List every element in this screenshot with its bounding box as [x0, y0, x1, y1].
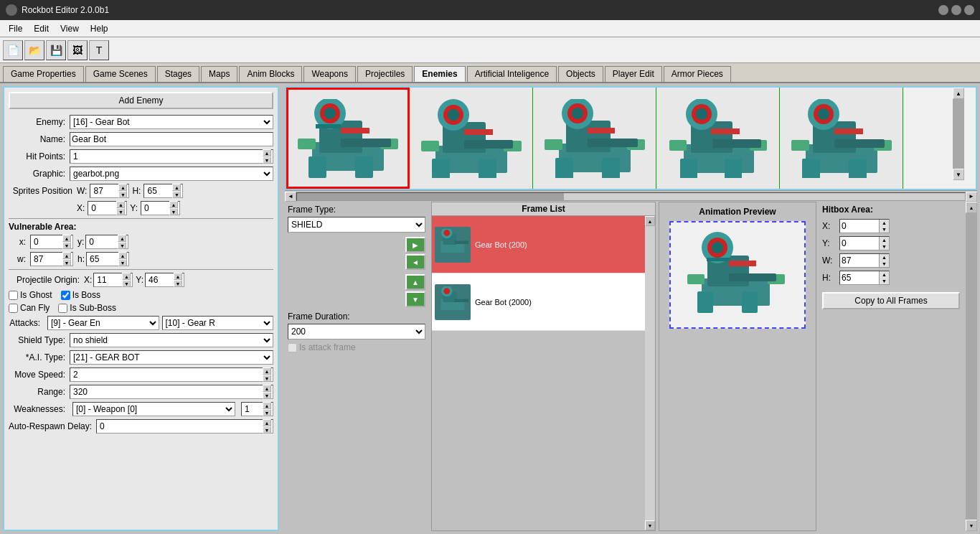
tab-anim-blocks[interactable]: Anim Blocks: [239, 66, 302, 82]
is-ghost-check[interactable]: Is Ghost: [9, 290, 52, 300]
range-up[interactable]: ▲: [263, 385, 271, 392]
proj-x-spinbox[interactable]: 11 ▲▼: [93, 273, 133, 287]
attack2-select[interactable]: [10] - Gear R: [162, 316, 274, 330]
hitbox-x-up[interactable]: ▲: [880, 220, 889, 226]
hitpoints-up[interactable]: ▲: [263, 149, 271, 156]
hitbox-w-spinbox[interactable]: 87 ▲ ▼: [839, 253, 890, 268]
menu-edit[interactable]: Edit: [28, 22, 55, 35]
menu-help[interactable]: Help: [85, 22, 114, 35]
tab-armor-pieces[interactable]: Armor Pieces: [664, 66, 731, 82]
hitbox-y-down[interactable]: ▼: [880, 243, 889, 250]
vuln-y-up[interactable]: ▲: [118, 235, 126, 242]
hitpoints-down[interactable]: ▼: [263, 156, 271, 164]
frame-type-select[interactable]: SHIELD NORMAL ATTACK: [288, 217, 425, 233]
weakness-num-up[interactable]: ▲: [263, 402, 271, 409]
move-speed-spinbox[interactable]: 2 ▲▼: [70, 367, 273, 382]
proj-x-down[interactable]: ▼: [122, 280, 131, 287]
vuln-h-spinbox[interactable]: 65 ▲▼: [86, 252, 129, 266]
w-spinbox[interactable]: 87 ▲▼: [90, 184, 129, 198]
tab-stages[interactable]: Stages: [157, 66, 199, 82]
vuln-w-spinbox[interactable]: 87 ▲▼: [30, 252, 73, 266]
attack-frame-checkbox[interactable]: [288, 343, 297, 352]
save-button[interactable]: 💾: [46, 40, 66, 60]
open-button[interactable]: 📂: [24, 40, 44, 60]
x-up[interactable]: ▲: [116, 201, 125, 208]
vuln-y-spinbox[interactable]: 0 ▲▼: [85, 235, 128, 249]
down-button[interactable]: ▼: [405, 291, 425, 307]
vuln-h-up[interactable]: ▲: [118, 252, 127, 259]
tab-ai[interactable]: Artificial Inteligence: [467, 66, 557, 82]
auto-respawn-up[interactable]: ▲: [263, 419, 271, 426]
tab-projectiles[interactable]: Projectiles: [357, 66, 413, 82]
vuln-w-up[interactable]: ▲: [62, 252, 71, 259]
frame-list-scroll-up[interactable]: ▲: [645, 216, 655, 226]
hitbox-h-down[interactable]: ▼: [880, 278, 889, 284]
is-sub-boss-check[interactable]: Is Sub-Boss: [58, 303, 116, 313]
right-scroll-down[interactable]: ▼: [966, 520, 977, 531]
w-up[interactable]: ▲: [118, 184, 127, 191]
sprite-frame-5[interactable]: [780, 88, 903, 189]
add-enemy-button[interactable]: Add Enemy: [9, 92, 273, 109]
attack1-select[interactable]: [9] - Gear En: [47, 316, 159, 330]
range-down[interactable]: ▼: [263, 392, 271, 399]
copy-to-all-frames-button[interactable]: Copy to All Frames: [822, 292, 960, 309]
right-scroll-up[interactable]: ▲: [966, 202, 977, 213]
proj-y-spinbox[interactable]: 46 ▲▼: [145, 273, 184, 287]
hscroll-left-icon[interactable]: ◄: [285, 192, 296, 202]
weakness-num-down[interactable]: ▼: [263, 409, 271, 416]
vuln-x-spinbox[interactable]: 0 ▲▼: [30, 235, 73, 249]
hitbox-h-up[interactable]: ▲: [880, 271, 889, 278]
play-button[interactable]: ▶: [405, 237, 425, 253]
x-spinbox[interactable]: 0 ▲▼: [88, 201, 127, 215]
maximize-button[interactable]: [951, 5, 961, 15]
hitbox-x-spinbox[interactable]: 0 ▲ ▼: [839, 219, 890, 233]
sprite-frame-4[interactable]: [656, 88, 780, 189]
auto-respawn-spinbox[interactable]: 0 ▲▼: [96, 419, 273, 434]
vuln-y-down[interactable]: ▼: [118, 242, 126, 249]
tab-weapons[interactable]: Weapons: [303, 66, 355, 82]
menu-file[interactable]: File: [3, 22, 28, 35]
tab-player-edit[interactable]: Player Edit: [605, 66, 662, 82]
tab-game-scenes[interactable]: Game Scenes: [85, 66, 156, 82]
new-button[interactable]: 📄: [3, 40, 23, 60]
weakness-select[interactable]: [0] - Weapon [0]: [72, 402, 235, 416]
hitpoints-spinbox[interactable]: 1 ▲ ▼: [70, 149, 273, 164]
weakness-num-spinbox[interactable]: 1 ▲▼: [241, 402, 273, 416]
x-down[interactable]: ▼: [116, 208, 125, 215]
vuln-x-down[interactable]: ▼: [62, 242, 71, 249]
proj-y-down[interactable]: ▼: [174, 280, 182, 287]
minimize-button[interactable]: [938, 5, 948, 15]
move-speed-down[interactable]: ▼: [263, 375, 271, 382]
tab-objects[interactable]: Objects: [558, 66, 603, 82]
range-spinbox[interactable]: 320 ▲▼: [70, 385, 273, 399]
up-button[interactable]: ▲: [405, 274, 425, 290]
scroll-up-icon[interactable]: ▲: [953, 88, 964, 99]
frame-item-2[interactable]: Gear Bot (2000): [432, 273, 655, 331]
hscroll-track[interactable]: [296, 192, 966, 201]
auto-respawn-down[interactable]: ▼: [263, 426, 271, 434]
h-down[interactable]: ▼: [172, 191, 181, 198]
w-down[interactable]: ▼: [118, 191, 127, 198]
vuln-h-down[interactable]: ▼: [118, 259, 127, 266]
frame-item-1[interactable]: Gear Bot (200): [432, 216, 655, 273]
hitbox-x-down[interactable]: ▼: [880, 226, 889, 233]
vuln-x-up[interactable]: ▲: [62, 235, 71, 242]
close-button[interactable]: [964, 5, 974, 15]
scroll-down-icon[interactable]: ▼: [953, 169, 964, 180]
shield-type-select[interactable]: no shield: [70, 333, 273, 347]
is-boss-check[interactable]: Is Boss: [61, 290, 100, 300]
sprite-frame-3[interactable]: [533, 88, 656, 189]
tab-maps[interactable]: Maps: [201, 66, 237, 82]
tab-enemies[interactable]: Enemies: [414, 66, 465, 82]
menu-view[interactable]: View: [55, 22, 85, 35]
h-spinbox[interactable]: 65 ▲▼: [143, 184, 183, 198]
can-fly-check[interactable]: Can Fly: [9, 303, 50, 313]
ai-type-select[interactable]: [21] - GEAR BOT: [70, 350, 273, 365]
sprite-frame-1[interactable]: [286, 88, 410, 189]
proj-x-up[interactable]: ▲: [122, 273, 131, 280]
y-spinbox[interactable]: 0 ▲▼: [141, 201, 180, 215]
hitbox-y-up[interactable]: ▲: [880, 237, 889, 243]
export-button[interactable]: 🖼: [67, 40, 88, 60]
name-input[interactable]: [70, 132, 273, 146]
move-speed-up[interactable]: ▲: [263, 367, 271, 375]
